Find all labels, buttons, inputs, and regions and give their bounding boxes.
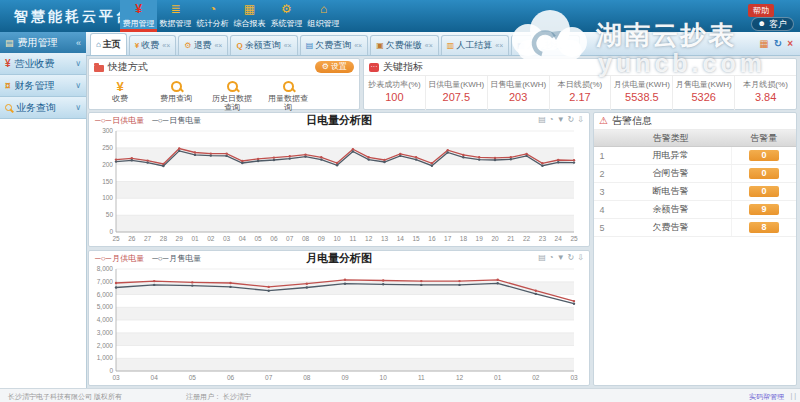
tab-close-icon[interactable]: «× [214,42,222,49]
monthly-chart-toolbar: ▤ ◔ ▼ ↻ ⇩ [538,253,584,262]
tab-close-icon[interactable]: «× [495,42,503,49]
refresh-icon[interactable]: ↻ [774,38,782,49]
alert-type: 欠费告警 [610,219,732,237]
svg-text:09: 09 [318,235,326,242]
legend-monthly-sale[interactable]: 月售电量 [152,253,201,264]
svg-text:16: 16 [428,235,436,242]
svg-text:50: 50 [106,211,114,218]
tab-home[interactable]: ⌂ 主页 [90,33,127,55]
svg-text:0: 0 [109,367,113,374]
nav-item-data-management[interactable]: ≣ 数据管理 [157,0,194,32]
key-indicators-body: 抄表成功率(%) 100 日供电量(KWH) 207.5 日售电量(KWH) 2… [364,76,796,110]
settings-button[interactable]: ⚙ 设置 [315,61,354,73]
svg-text:12: 12 [456,374,464,381]
tab-close-icon[interactable]: «× [284,42,292,49]
alert-type: 用电异常 [610,147,732,165]
svg-text:10: 10 [380,374,388,381]
user-button[interactable]: ☻ 客户 [751,17,794,31]
tab-manual-settlement[interactable]: ▥ 人工结算 «× [441,35,510,55]
svg-text:300: 300 [102,127,113,134]
refresh-icon[interactable]: ↻ [568,253,575,262]
alert-row[interactable]: 1 用电异常 0 [594,147,796,165]
alert-row[interactable]: 2 合闸告警 0 [594,165,796,183]
tab-close-icon[interactable]: «× [425,42,433,49]
nav-item-system-management[interactable]: ⚙ 系统管理 [268,0,305,32]
quick-access-body: ¥ 收费 费用查询 历史日数据查询 用量数据查询 [89,76,359,112]
svg-text:250: 250 [102,144,113,151]
home-icon: ⌂ [305,0,342,18]
sidebar-item-business-query[interactable]: 业务查询 ∨ [0,97,86,119]
alert-row[interactable]: 3 断电告警 0 [594,183,796,201]
chart-type-icon[interactable]: ▼ [557,115,565,124]
alert-row[interactable]: 5 欠费告警 8 [594,219,796,237]
svg-text:25: 25 [570,235,578,242]
search-icon [5,104,12,111]
quick-item-usage-data-query[interactable]: 用量数据查询 [265,79,311,112]
yen-icon: ¥ [116,80,123,93]
image-export-icon[interactable]: ▤ [538,115,546,124]
key-indicators-header: ··· 关键指标 [364,59,796,76]
tab-charge[interactable]: ¥ 收费 «× [129,35,176,55]
footer-separator: | | [790,392,796,399]
nav-item-statistics[interactable]: ◔ 统计分析 [194,0,231,32]
pie-chart-icon: ◔ [194,0,231,18]
download-icon[interactable]: ⇩ [577,115,584,124]
pie-view-icon[interactable]: ◔ [549,253,554,262]
quick-item-history-daily-data-query[interactable]: 历史日数据查询 [209,79,255,112]
close-icon[interactable]: × [787,38,793,49]
refresh-icon[interactable]: ↻ [568,115,575,124]
quick-item-charge[interactable]: ¥ 收费 [97,79,143,112]
svg-text:24: 24 [555,235,563,242]
indicator-daily-line-loss: 本日线损(%) 2.17 [550,76,612,110]
download-icon[interactable]: ⇩ [577,253,584,262]
column-alert-count: 告警量 [732,130,797,147]
help-link[interactable]: 帮助 [748,4,774,17]
currency-icon: ¤ [5,80,11,91]
svg-text:7,000: 7,000 [97,278,114,285]
alert-count-badge: 9 [749,204,779,215]
alert-row[interactable]: 4 余额告警 9 [594,201,796,219]
legend-daily-supply[interactable]: 日供电量 [95,115,144,126]
alerts-header: ⚠ 告警信息 [594,113,796,130]
svg-text:01: 01 [494,374,502,381]
tab-arrears-reminder[interactable]: ▣ 欠费催缴 «× [370,35,439,55]
svg-text:06: 06 [227,374,235,381]
svg-text:15: 15 [412,235,420,242]
pie-view-icon[interactable]: ◔ [549,115,554,124]
svg-text:06: 06 [270,235,278,242]
tab-close-icon[interactable]: «× [354,42,362,49]
tab-arrears-query[interactable]: ▤ 欠费查询 «× [300,35,369,55]
speech-bubble-icon: ··· [369,63,379,72]
grid-icon[interactable]: ▦ [759,38,768,49]
nav-item-reports[interactable]: ▦ 综合报表 [231,0,268,32]
tab-balance-query[interactable]: Q 余额查询 «× [230,35,297,55]
search-icon [283,81,294,92]
chart-type-icon[interactable]: ▼ [557,253,565,262]
legend-monthly-supply[interactable]: 月供电量 [95,253,144,264]
daily-chart-legend: 日供电量 日售电量 [95,115,201,126]
svg-text:22: 22 [523,235,531,242]
home-icon: ⌂ [96,40,101,49]
image-export-icon[interactable]: ▤ [538,253,546,262]
svg-text:4,000: 4,000 [97,316,114,323]
top-header-bar: 智慧能耗云平台 ¥ 费用管理 ≣ 数据管理 ◔ 统计分析 ▦ 综合报表 ⚙ 系统… [0,0,800,32]
svg-text:03: 03 [112,374,120,381]
footer-management-link[interactable]: 实码帮管理 [749,392,784,402]
alerts-table: 告警类型 告警量 1 用电异常 0 2 合闸告警 0 3 断电告警 0 4 余额… [594,130,796,237]
tab-close-icon[interactable]: «× [566,42,574,49]
nav-item-organization[interactable]: ⌂ 组织管理 [305,0,342,32]
tab-manual-reading[interactable]: ▦ 人工抄表 «× [511,35,580,55]
daily-chart-panel: 日供电量 日售电量 日电量分析图 ▤ ◔ ▼ ↻ ⇩ 0501001502002… [88,112,590,247]
line-marker-icon [95,254,111,263]
tabbar-actions: ▦ ↻ × [752,31,800,55]
tab-close-icon[interactable]: «× [162,42,170,49]
tab-refund[interactable]: ⚙ 退费 «× [178,35,228,55]
quick-item-fee-query[interactable]: 费用查询 [153,79,199,112]
nav-item-fee-management[interactable]: ¥ 费用管理 [120,0,157,32]
svg-text:12: 12 [365,235,373,242]
sidebar-item-finance-management[interactable]: ¤ 财务管理 ∨ [0,75,86,97]
legend-daily-sale[interactable]: 日售电量 [152,115,201,126]
collapse-icon[interactable]: « [76,38,81,48]
sidebar-header-fee-management[interactable]: ▤ 费用管理 « [0,32,86,53]
sidebar-item-business-charging[interactable]: ¥ 营业收费 ∨ [0,53,86,75]
